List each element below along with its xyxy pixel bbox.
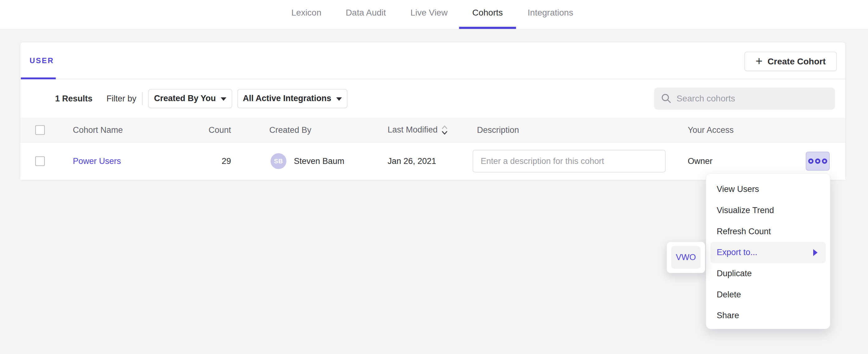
search-cohorts-box bbox=[654, 88, 835, 109]
select-all-checkbox[interactable] bbox=[35, 125, 45, 135]
nav-tab-cohorts[interactable]: Cohorts bbox=[472, 0, 503, 29]
nav-tab-live-view[interactable]: Live View bbox=[410, 0, 447, 29]
search-cohorts-input[interactable] bbox=[677, 94, 828, 104]
filter-by-label: Filter by bbox=[106, 94, 136, 103]
ellipsis-icon bbox=[822, 159, 827, 164]
caret-down-icon bbox=[336, 97, 342, 101]
submenu-arrow-icon bbox=[813, 249, 817, 256]
nav-tab-cohorts-label: Cohorts bbox=[472, 8, 503, 18]
submenu-item-vwo[interactable]: VWO bbox=[671, 246, 701, 269]
creator-name: Steven Baum bbox=[294, 157, 344, 166]
created-by-cell: SB Steven Baum bbox=[271, 153, 344, 169]
menu-item-view-users[interactable]: View Users bbox=[706, 179, 830, 200]
active-tab-underline bbox=[459, 27, 516, 29]
description-cell bbox=[473, 150, 665, 173]
integrations-filter-value: All Active Integrations bbox=[243, 94, 331, 103]
export-submenu: VWO bbox=[666, 242, 705, 273]
menu-item-export-to-label: Export to... bbox=[717, 248, 757, 257]
header-your-access: Your Access bbox=[688, 125, 734, 135]
row-select-checkbox[interactable] bbox=[35, 157, 45, 166]
access-value: Owner bbox=[688, 157, 713, 166]
cohorts-panel: USER + Create Cohort 1 Results Filter by… bbox=[20, 42, 845, 180]
top-navigation: Lexicon Data Audit Live View Cohorts Int… bbox=[0, 0, 868, 29]
create-cohort-label: Create Cohort bbox=[768, 57, 826, 67]
row-actions-button[interactable] bbox=[806, 152, 830, 171]
cohort-type-tabstrip: USER + Create Cohort bbox=[20, 42, 845, 79]
menu-item-refresh-count[interactable]: Refresh Count bbox=[706, 221, 830, 242]
header-cohort-name: Cohort Name bbox=[73, 125, 123, 135]
cohort-count: 29 bbox=[169, 157, 231, 166]
sort-icon[interactable] bbox=[441, 124, 448, 136]
menu-item-visualize-trend[interactable]: Visualize Trend bbox=[706, 200, 830, 221]
menu-item-export-to[interactable]: Export to... bbox=[710, 242, 826, 263]
filter-bar: 1 Results Filter by Created By You All A… bbox=[20, 79, 845, 118]
plus-icon: + bbox=[755, 55, 763, 67]
nav-tab-data-audit[interactable]: Data Audit bbox=[346, 0, 386, 29]
created-by-filter-dropdown[interactable]: Created By You bbox=[148, 89, 232, 108]
nav-tab-lexicon[interactable]: Lexicon bbox=[291, 0, 321, 29]
description-input[interactable] bbox=[473, 150, 665, 173]
search-icon bbox=[661, 93, 672, 104]
menu-item-share[interactable]: Share bbox=[706, 305, 830, 326]
cohort-name-link[interactable]: Power Users bbox=[73, 157, 121, 166]
ellipsis-icon bbox=[815, 159, 820, 164]
caret-down-icon bbox=[221, 97, 226, 101]
header-description: Description bbox=[477, 125, 519, 135]
tab-user[interactable]: USER bbox=[20, 42, 63, 79]
avatar: SB bbox=[271, 153, 286, 169]
header-created-by: Created By bbox=[269, 125, 311, 135]
results-count: 1 Results bbox=[55, 94, 92, 103]
create-cohort-button[interactable]: + Create Cohort bbox=[744, 52, 837, 71]
menu-item-duplicate[interactable]: Duplicate bbox=[706, 263, 830, 284]
menu-item-delete[interactable]: Delete bbox=[706, 284, 830, 305]
integrations-filter-dropdown[interactable]: All Active Integrations bbox=[237, 89, 347, 108]
last-modified-value: Jan 26, 2021 bbox=[388, 157, 436, 166]
header-last-modified-label: Last Modified bbox=[388, 125, 438, 135]
divider bbox=[142, 92, 143, 105]
row-actions-menu: View Users Visualize Trend Refresh Count… bbox=[706, 173, 830, 329]
nav-tab-integrations[interactable]: Integrations bbox=[528, 0, 573, 29]
header-last-modified[interactable]: Last Modified bbox=[388, 124, 448, 136]
header-count: Count bbox=[169, 125, 231, 135]
created-by-filter-value: Created By You bbox=[154, 94, 216, 103]
ellipsis-icon bbox=[808, 159, 813, 164]
table-header-row: Cohort Name Count Created By Last Modifi… bbox=[20, 118, 845, 142]
